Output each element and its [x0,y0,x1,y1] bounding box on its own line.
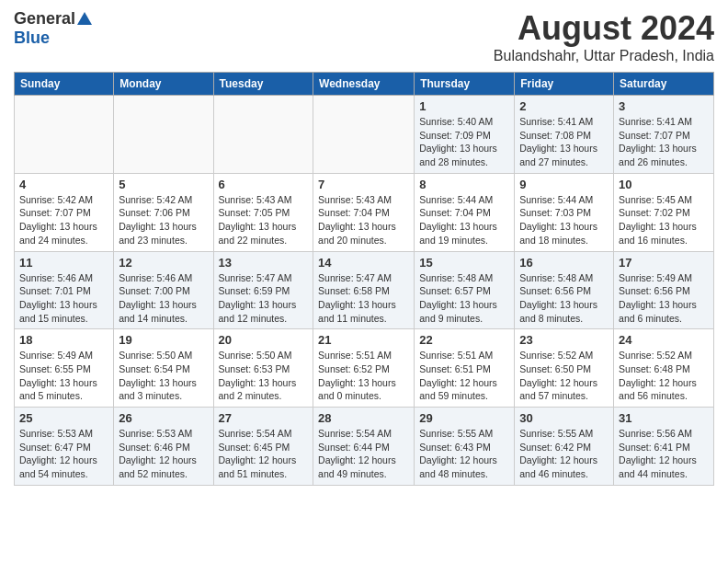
day-info: Sunrise: 5:51 AMSunset: 6:51 PMDaylight:… [419,349,509,403]
day-info: Sunrise: 5:44 AMSunset: 7:04 PMDaylight:… [419,193,509,247]
day-info: Sunrise: 5:56 AMSunset: 6:41 PMDaylight:… [619,427,709,481]
day-number: 6 [219,178,309,191]
day-number: 26 [119,411,208,425]
day-number: 16 [519,256,609,270]
day-info: Sunrise: 5:53 AMSunset: 6:46 PMDaylight:… [119,427,208,481]
day-info: Sunrise: 5:53 AMSunset: 6:47 PMDaylight:… [19,427,108,481]
day-info: Sunrise: 5:41 AMSunset: 7:07 PMDaylight:… [619,115,709,169]
table-row: 8Sunrise: 5:44 AMSunset: 7:04 PMDaylight… [415,173,515,251]
day-number: 3 [619,99,709,113]
day-info: Sunrise: 5:50 AMSunset: 6:54 PMDaylight:… [119,349,208,403]
week-row-1: 1Sunrise: 5:40 AMSunset: 7:09 PMDaylight… [15,96,714,174]
day-number: 25 [19,411,108,425]
table-row: 6Sunrise: 5:43 AMSunset: 7:05 PMDaylight… [213,173,313,251]
month-title: August 2024 [494,9,714,48]
week-row-2: 4Sunrise: 5:42 AMSunset: 7:07 PMDaylight… [15,173,714,251]
day-number: 18 [19,333,108,347]
day-info: Sunrise: 5:46 AMSunset: 7:00 PMDaylight:… [119,271,208,326]
day-number: 28 [318,411,409,425]
col-saturday: Saturday [614,73,714,96]
day-info: Sunrise: 5:49 AMSunset: 6:56 PMDaylight:… [619,271,709,326]
day-number: 7 [318,178,409,191]
col-friday: Friday [515,73,614,96]
day-info: Sunrise: 5:48 AMSunset: 6:56 PMDaylight:… [519,271,609,326]
table-row: 9Sunrise: 5:44 AMSunset: 7:03 PMDaylight… [515,173,614,251]
table-row [114,96,213,174]
day-info: Sunrise: 5:49 AMSunset: 6:55 PMDaylight:… [19,349,108,403]
table-row [313,96,415,174]
day-info: Sunrise: 5:54 AMSunset: 6:44 PMDaylight:… [318,427,409,481]
day-info: Sunrise: 5:43 AMSunset: 7:05 PMDaylight:… [219,193,309,247]
day-number: 23 [519,333,609,347]
day-number: 17 [619,256,709,270]
table-row: 2Sunrise: 5:41 AMSunset: 7:08 PMDaylight… [515,96,614,174]
table-row: 26Sunrise: 5:53 AMSunset: 6:46 PMDayligh… [114,408,213,486]
table-row: 29Sunrise: 5:55 AMSunset: 6:43 PMDayligh… [415,408,515,486]
table-row: 24Sunrise: 5:52 AMSunset: 6:48 PMDayligh… [614,329,714,408]
table-row: 21Sunrise: 5:51 AMSunset: 6:52 PMDayligh… [313,329,415,408]
table-row: 27Sunrise: 5:54 AMSunset: 6:45 PMDayligh… [213,408,313,486]
table-row: 7Sunrise: 5:43 AMSunset: 7:04 PMDaylight… [313,173,415,251]
table-row: 18Sunrise: 5:49 AMSunset: 6:55 PMDayligh… [15,329,114,408]
col-thursday: Thursday [415,73,515,96]
day-number: 31 [619,411,709,425]
day-info: Sunrise: 5:47 AMSunset: 6:58 PMDaylight:… [318,271,409,326]
day-number: 4 [19,178,108,191]
table-row [15,96,114,174]
day-number: 1 [419,99,509,113]
title-area: August 2024 Bulandshahr, Uttar Pradesh, … [494,9,714,64]
calendar-table: Sunday Monday Tuesday Wednesday Thursday… [14,72,714,486]
header: General Blue August 2024 Bulandshahr, Ut… [14,9,714,64]
day-number: 20 [219,333,309,347]
day-info: Sunrise: 5:42 AMSunset: 7:07 PMDaylight:… [19,193,108,247]
col-sunday: Sunday [15,73,114,96]
table-row: 20Sunrise: 5:50 AMSunset: 6:53 PMDayligh… [213,329,313,408]
day-info: Sunrise: 5:41 AMSunset: 7:08 PMDaylight:… [519,115,609,169]
table-row: 16Sunrise: 5:48 AMSunset: 6:56 PMDayligh… [515,251,614,329]
table-row: 3Sunrise: 5:41 AMSunset: 7:07 PMDaylight… [614,96,714,174]
table-row: 14Sunrise: 5:47 AMSunset: 6:58 PMDayligh… [313,251,415,329]
day-number: 21 [318,333,409,347]
day-number: 27 [219,411,309,425]
day-info: Sunrise: 5:51 AMSunset: 6:52 PMDaylight:… [318,349,409,403]
day-info: Sunrise: 5:52 AMSunset: 6:50 PMDaylight:… [519,349,609,403]
table-row: 31Sunrise: 5:56 AMSunset: 6:41 PMDayligh… [614,408,714,486]
day-info: Sunrise: 5:55 AMSunset: 6:42 PMDaylight:… [519,427,609,481]
day-info: Sunrise: 5:42 AMSunset: 7:06 PMDaylight:… [119,193,208,247]
day-info: Sunrise: 5:44 AMSunset: 7:03 PMDaylight:… [519,193,609,247]
week-row-3: 11Sunrise: 5:46 AMSunset: 7:01 PMDayligh… [15,251,714,329]
day-info: Sunrise: 5:47 AMSunset: 6:59 PMDaylight:… [219,271,309,326]
table-row: 19Sunrise: 5:50 AMSunset: 6:54 PMDayligh… [114,329,213,408]
table-row: 23Sunrise: 5:52 AMSunset: 6:50 PMDayligh… [515,329,614,408]
day-info: Sunrise: 5:40 AMSunset: 7:09 PMDaylight:… [419,115,509,169]
table-row: 17Sunrise: 5:49 AMSunset: 6:56 PMDayligh… [614,251,714,329]
table-row: 12Sunrise: 5:46 AMSunset: 7:00 PMDayligh… [114,251,213,329]
week-row-4: 18Sunrise: 5:49 AMSunset: 6:55 PMDayligh… [15,329,714,408]
table-row: 4Sunrise: 5:42 AMSunset: 7:07 PMDaylight… [15,173,114,251]
day-info: Sunrise: 5:50 AMSunset: 6:53 PMDaylight:… [219,349,309,403]
table-row: 25Sunrise: 5:53 AMSunset: 6:47 PMDayligh… [15,408,114,486]
day-info: Sunrise: 5:54 AMSunset: 6:45 PMDaylight:… [219,427,309,481]
table-row: 28Sunrise: 5:54 AMSunset: 6:44 PMDayligh… [313,408,415,486]
day-info: Sunrise: 5:52 AMSunset: 6:48 PMDaylight:… [619,349,709,403]
week-row-5: 25Sunrise: 5:53 AMSunset: 6:47 PMDayligh… [15,408,714,486]
table-row: 10Sunrise: 5:45 AMSunset: 7:02 PMDayligh… [614,173,714,251]
day-number: 19 [119,333,208,347]
day-info: Sunrise: 5:43 AMSunset: 7:04 PMDaylight:… [318,193,409,247]
logo-blue-text: Blue [14,29,50,48]
table-row [213,96,313,174]
day-number: 22 [419,333,509,347]
logo: General Blue [14,9,92,48]
table-row: 13Sunrise: 5:47 AMSunset: 6:59 PMDayligh… [213,251,313,329]
table-row: 15Sunrise: 5:48 AMSunset: 6:57 PMDayligh… [415,251,515,329]
day-info: Sunrise: 5:48 AMSunset: 6:57 PMDaylight:… [419,271,509,326]
day-number: 10 [619,178,709,191]
day-info: Sunrise: 5:55 AMSunset: 6:43 PMDaylight:… [419,427,509,481]
table-row: 11Sunrise: 5:46 AMSunset: 7:01 PMDayligh… [15,251,114,329]
day-number: 15 [419,256,509,270]
col-wednesday: Wednesday [313,73,415,96]
day-number: 9 [519,178,609,191]
col-monday: Monday [114,73,213,96]
day-number: 13 [219,256,309,270]
day-number: 29 [419,411,509,425]
